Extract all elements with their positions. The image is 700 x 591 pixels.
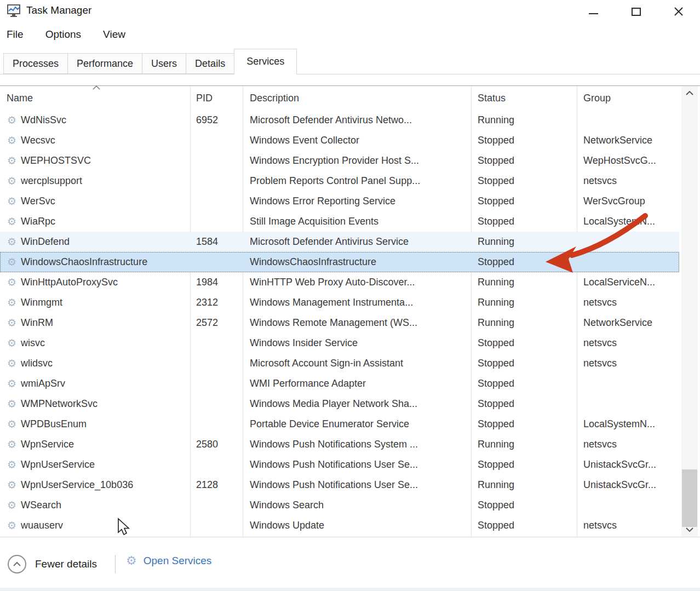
scrollbar-thumb[interactable] <box>682 469 697 527</box>
service-pid: 6952 <box>190 114 243 126</box>
service-name-cell: ⚙ WindowsChaosInfrastructure <box>0 256 190 268</box>
service-description: Still Image Acquisition Events <box>243 216 471 227</box>
table-row[interactable]: ⚙ Wecsvc Windows Event Collector Stopped… <box>0 130 679 151</box>
tab-processes[interactable]: Processes <box>3 53 68 74</box>
scrollbar-down-icon[interactable] <box>681 523 698 537</box>
open-services-label: Open Services <box>144 555 212 567</box>
service-name: WSearch <box>21 500 61 511</box>
service-name: wlidsvc <box>21 358 53 369</box>
table-row[interactable]: ⚙ WpnService 2580 Windows Push Notificat… <box>0 434 679 455</box>
table-row[interactable]: ⚙ WdNisSvc 6952 Microsoft Defender Antiv… <box>0 110 679 130</box>
service-name: WinDefend <box>21 236 70 248</box>
service-gear-icon: ⚙ <box>7 419 16 429</box>
service-description: Windows Search <box>243 500 471 511</box>
service-name-cell: ⚙ Winmgmt <box>0 297 190 308</box>
table-row[interactable]: ⚙ WSearch Windows Search Stopped <box>0 495 679 515</box>
scrollbar-up-icon[interactable] <box>681 86 698 100</box>
service-status: Stopped <box>471 358 577 369</box>
service-status: Running <box>471 236 577 248</box>
table-row[interactable]: ⚙ WEPHOSTSVC Windows Encryption Provider… <box>0 151 679 171</box>
table-row[interactable]: ⚙ WpnUserService Windows Push Notificati… <box>0 455 679 475</box>
service-gear-icon: ⚙ <box>7 156 16 166</box>
service-name: wmiApSrv <box>21 378 65 389</box>
service-gear-icon: ⚙ <box>7 237 16 247</box>
menu-options[interactable]: Options <box>45 28 81 41</box>
fewer-details-button[interactable]: Fewer details <box>8 555 97 573</box>
table-row[interactable]: ⚙ WinDefend 1584 Microsoft Defender Anti… <box>0 232 679 252</box>
column-header-description[interactable]: Description <box>243 93 471 104</box>
minimize-icon <box>589 13 598 14</box>
service-description: Windows Media Player Network Sha... <box>243 398 471 410</box>
service-name: WPDBusEnum <box>21 418 87 430</box>
tab-performance[interactable]: Performance <box>67 53 142 74</box>
open-services-button[interactable]: ⚙ Open Services <box>126 555 211 567</box>
table-row[interactable]: ⚙ wuauserv Windows Update Stopped netsvc… <box>0 515 679 536</box>
service-name-cell: ⚙ wmiApSrv <box>0 378 190 389</box>
table-row[interactable]: ⚙ wercplsupport Problem Reports Control … <box>0 171 679 191</box>
tab-users[interactable]: Users <box>142 53 186 74</box>
service-description: Windows Push Notifications User Se... <box>243 479 471 491</box>
table-header: Name PID Description Status Group <box>0 86 679 110</box>
service-description: Windows Push Notifications User Se... <box>243 459 471 470</box>
service-gear-icon: ⚙ <box>7 520 16 531</box>
service-pid: 2312 <box>190 297 243 308</box>
table-row[interactable]: ⚙ WiaRpc Still Image Acquisition Events … <box>0 211 679 232</box>
minimize-button[interactable] <box>572 0 615 23</box>
table-row[interactable]: ⚙ WindowsChaosInfrastructure WindowsChao… <box>0 252 679 272</box>
service-description: WindowsChaosInfrastructure <box>243 256 471 268</box>
table-row[interactable]: ⚙ wlidsvc Microsoft Account Sign-in Assi… <box>0 353 679 374</box>
table-row[interactable]: ⚙ WinRM 2572 Windows Remote Management (… <box>0 313 679 333</box>
service-pid: 2580 <box>190 439 243 450</box>
table-row[interactable]: ⚙ WPDBusEnum Portable Device Enumerator … <box>0 414 679 434</box>
service-name-cell: ⚙ WpnUserService_10b036 <box>0 479 190 491</box>
service-group: netsvcs <box>577 520 679 531</box>
service-name-cell: ⚙ WinDefend <box>0 236 190 248</box>
service-name-cell: ⚙ WSearch <box>0 500 190 511</box>
service-pid: 1984 <box>190 277 243 288</box>
table-row[interactable]: ⚙ Winmgmt 2312 Windows Management Instru… <box>0 292 679 313</box>
table-row[interactable]: ⚙ WerSvc Windows Error Reporting Service… <box>0 191 679 211</box>
service-name: WpnUserService_10b036 <box>21 479 133 491</box>
maximize-button[interactable] <box>615 0 657 23</box>
service-description: WinHTTP Web Proxy Auto-Discover... <box>243 277 471 288</box>
table-row[interactable]: ⚙ wisvc Windows Insider Service Stopped … <box>0 333 679 353</box>
titlebar: Task Manager <box>0 0 700 22</box>
menu-file[interactable]: File <box>7 28 24 41</box>
service-pid: 2128 <box>190 479 243 491</box>
tab-details[interactable]: Details <box>186 53 234 74</box>
service-gear-icon: ⚙ <box>7 257 16 267</box>
service-gear-icon: ⚙ <box>7 480 16 490</box>
service-gear-icon: ⚙ <box>7 318 16 328</box>
column-header-status[interactable]: Status <box>471 93 577 104</box>
service-group: WepHostSvcG... <box>577 155 679 167</box>
table-row[interactable]: ⚙ wmiApSrv WMI Performance Adapter Stopp… <box>0 374 679 394</box>
vertical-scrollbar[interactable] <box>681 86 698 537</box>
service-status: Stopped <box>471 398 577 410</box>
service-group: NetworkService <box>577 135 679 146</box>
service-name-cell: ⚙ WinRM <box>0 317 190 329</box>
service-status: Stopped <box>471 256 577 268</box>
service-name-cell: ⚙ WpnService <box>0 439 190 450</box>
table-row[interactable]: ⚙ WMPNetworkSvc Windows Media Player Net… <box>0 394 679 414</box>
service-name-cell: ⚙ wuauserv <box>0 520 190 531</box>
service-name-cell: ⚙ WEPHOSTSVC <box>0 155 190 167</box>
tab-services[interactable]: Services <box>234 49 297 74</box>
column-header-group[interactable]: Group <box>577 93 679 104</box>
service-status: Stopped <box>471 378 577 389</box>
close-button[interactable] <box>657 0 700 23</box>
service-status: Running <box>471 317 577 329</box>
chevron-up-circle-icon <box>8 555 26 573</box>
menu-view[interactable]: View <box>103 28 125 41</box>
service-name: WdNisSvc <box>21 114 66 126</box>
table-row[interactable]: ⚙ WinHttpAutoProxySvc 1984 WinHTTP Web P… <box>0 272 679 292</box>
service-status: Stopped <box>471 155 577 167</box>
column-header-name[interactable]: Name <box>0 93 190 104</box>
service-pid: 2572 <box>190 317 243 329</box>
column-header-pid[interactable]: PID <box>190 93 243 104</box>
service-description: Microsoft Account Sign-in Assistant <box>243 358 471 369</box>
table-row[interactable]: ⚙ WpnUserService_10b036 2128 Windows Pus… <box>0 475 679 495</box>
service-group: NetworkService <box>577 317 679 329</box>
service-status: Stopped <box>471 135 577 146</box>
open-services-gear-icon: ⚙ <box>126 555 137 567</box>
service-gear-icon: ⚙ <box>7 135 16 146</box>
